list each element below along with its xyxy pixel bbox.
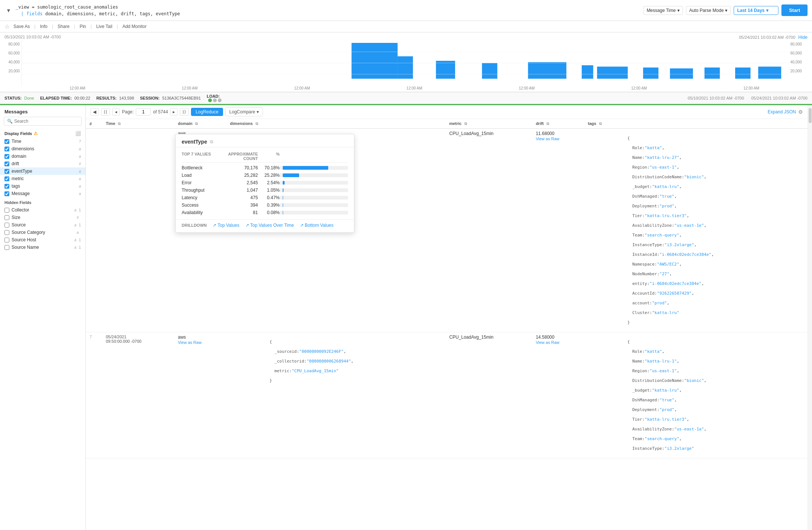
pin-button[interactable]: Pin [76, 22, 89, 31]
hidden-checkbox-collector[interactable] [4, 208, 9, 213]
page-next-btn[interactable]: ▸ [170, 108, 178, 116]
hidden-checkbox-source-name[interactable] [4, 245, 9, 250]
row2-drift-view-raw[interactable]: View as Raw [536, 340, 559, 345]
query-line1: _view = sumologic_root_cause_anomalies [16, 4, 118, 10]
popup-row-name: Error [182, 180, 225, 185]
row2-dimensions-json: { _sourceid:"00000000092E246F", _collect… [230, 335, 442, 388]
svg-rect-10 [735, 68, 750, 79]
page-prev-prev-btn[interactable]: ⟨⟨ [101, 108, 110, 116]
popup-row-pct: 2.54% [258, 180, 279, 185]
share-button[interactable]: Share [54, 22, 72, 31]
external-link-icon: ↗ [213, 223, 216, 228]
row1-time [102, 129, 174, 332]
hidden-label-collector: Collector [12, 207, 72, 213]
field-checkbox-message[interactable] [4, 191, 9, 196]
page-next-next-btn[interactable]: ⟩⟩ [180, 108, 189, 116]
status-date-left: 05/10/2021 10:03:02 AM -0700 [688, 96, 744, 100]
parse-mode-dropdown[interactable]: Auto Parse Mode ▾ [686, 6, 731, 15]
collapse-query-btn[interactable]: ▼ [4, 7, 13, 14]
popup-bar [283, 188, 283, 192]
display-fields-list: Time ? dimensions a domain a drift # eve… [0, 138, 85, 197]
start-button[interactable]: Start [781, 4, 808, 16]
popup-copy-icon[interactable]: ⧉ [210, 139, 213, 144]
page-first-btn[interactable]: ◀ [90, 108, 99, 116]
copy-dimensions-icon[interactable]: ⧉ [255, 122, 258, 126]
search-input[interactable] [14, 119, 78, 124]
search-box[interactable]: 🔍 [4, 117, 82, 126]
page-prev-btn[interactable]: ◂ [112, 108, 120, 116]
hidden-type-source-name: a [74, 245, 76, 250]
save-fields-icon[interactable]: ⬜ [75, 131, 81, 136]
hidden-field-source-name[interactable]: Source Name a 1 [0, 244, 85, 251]
hidden-checkbox-source-host[interactable] [4, 238, 9, 242]
field-checkbox-time[interactable] [4, 139, 9, 144]
copy-drift-icon[interactable]: ⧉ [546, 122, 549, 126]
log-reduce-btn[interactable]: LogReduce [191, 108, 223, 116]
livetail-button[interactable]: Live Tail [93, 22, 115, 31]
row2-view-raw[interactable]: View as Raw [178, 340, 201, 345]
parse-mode-label: Auto Parse Mode [689, 8, 724, 13]
page-input[interactable] [136, 108, 151, 116]
chart-bars[interactable] [21, 41, 789, 85]
popup-row: Success 394 0.39% [182, 201, 348, 209]
field-item-eventtype[interactable]: eventType a [0, 167, 85, 175]
top-values-link[interactable]: ↗ Top Values [213, 223, 239, 228]
field-checkbox-domain[interactable] [4, 154, 9, 159]
bottom-values-link[interactable]: ↗ Bottom Values [300, 223, 333, 228]
row2-dimensions: { _sourceid:"00000000092E246F", _collect… [226, 332, 446, 458]
log-compare-btn[interactable]: LogCompare ▾ [225, 107, 263, 116]
popup-bar-wrap [280, 173, 348, 177]
field-label-drift: drift [12, 161, 76, 166]
addmonitor-button[interactable]: Add Monitor [119, 22, 150, 31]
hidden-field-size[interactable]: Size # [0, 214, 85, 221]
right-scrollbar[interactable] [808, 105, 812, 530]
hidden-type-source-category: a [76, 230, 79, 235]
info-button[interactable]: Info [37, 22, 50, 31]
popup-row: Bottleneck 70,176 70.18% [182, 164, 348, 172]
field-item-drift[interactable]: drift # [0, 160, 85, 167]
hidden-checkbox-size[interactable] [4, 215, 9, 220]
expand-json-btn[interactable]: Expand JSON [768, 109, 796, 115]
field-item-tags[interactable]: tags a [0, 182, 85, 190]
field-item-metric[interactable]: metric a [0, 175, 85, 182]
time-range-picker[interactable]: Last 14 Days ▾ [734, 6, 778, 15]
time-range-dropdown[interactable]: Message Time ▾ [643, 6, 683, 15]
hidden-checkbox-source[interactable] [4, 223, 9, 228]
row2-drift-val: 14.58000 [536, 335, 554, 340]
favorite-button[interactable]: ☆ [4, 23, 10, 30]
messages-title: Messages [0, 105, 85, 117]
row1-drift-view-raw[interactable]: View as Raw [536, 137, 559, 141]
popup-row: Error 2,545 2.54% [182, 179, 348, 186]
settings-icon[interactable]: ⚙ [798, 109, 803, 115]
copy-metric-icon[interactable]: ⧉ [464, 122, 467, 126]
hidden-field-source-category[interactable]: Source Category a [0, 229, 85, 236]
hidden-count-collector: 1 [79, 208, 81, 212]
scrollbar-thumb[interactable] [809, 108, 812, 123]
saveas-button[interactable]: Save As [10, 22, 33, 31]
eventtype-popup: eventType ⧉ TOP 7 VALUES APPROXIMATE COU… [175, 134, 354, 233]
field-checkbox-tags[interactable] [4, 184, 9, 189]
field-item-dimensions[interactable]: dimensions a [0, 145, 85, 153]
field-checkbox-drift[interactable] [4, 161, 9, 166]
hidden-field-source-host[interactable]: Source Host a 1 [0, 236, 85, 244]
field-item-message[interactable]: Message a [0, 190, 85, 197]
hide-chart-btn[interactable]: Hide [798, 35, 808, 40]
top-values-over-time-link[interactable]: ↗ Top Values Over Time [245, 223, 294, 228]
display-fields-title: Display Fields ⚠ ⬜ [0, 129, 85, 138]
status-bar: STATUS: Done ELAPSED TIME: 00:00:22 RESU… [0, 92, 812, 104]
hidden-field-source[interactable]: Source a 1 [0, 221, 85, 229]
hidden-checkbox-source-category[interactable] [4, 230, 9, 235]
field-checkbox-metric[interactable] [4, 176, 9, 181]
field-item-domain[interactable]: domain a [0, 153, 85, 160]
field-checkbox-eventtype[interactable] [4, 169, 9, 174]
hidden-field-collector[interactable]: Collector a 1 [0, 206, 85, 214]
field-checkbox-dimensions[interactable] [4, 147, 9, 151]
copy-time-icon[interactable]: ⧉ [118, 122, 120, 126]
field-item-time[interactable]: Time ? [0, 138, 85, 145]
field-label-time: Time [12, 139, 76, 144]
popup-row: Availability 81 0.08% [182, 209, 348, 216]
status-value: Done [24, 96, 34, 100]
popup-bar-wrap [280, 181, 348, 185]
copy-tags-icon[interactable]: ⧉ [599, 122, 602, 126]
copy-domain-icon[interactable]: ⧉ [195, 122, 198, 126]
